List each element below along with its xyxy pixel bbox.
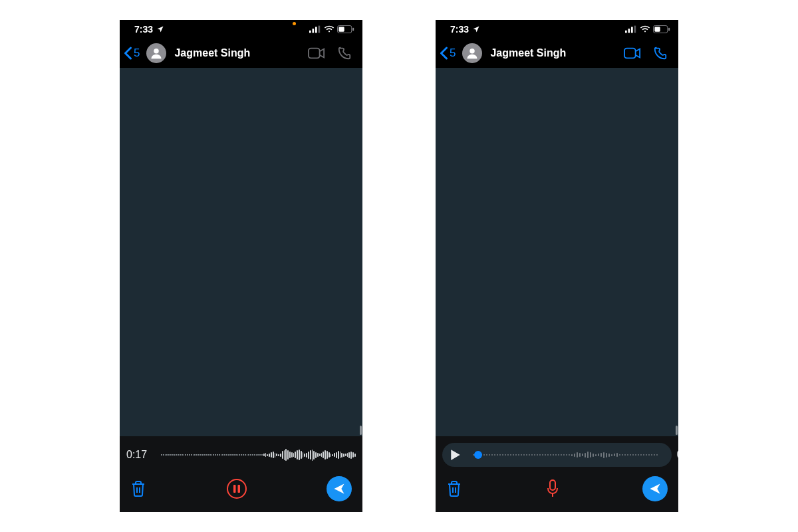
pause-recording-button[interactable] <box>227 479 247 499</box>
status-time: 7:33 <box>450 24 469 35</box>
wifi-icon <box>324 25 334 33</box>
battery-icon <box>337 25 354 33</box>
svg-rect-22 <box>550 480 555 490</box>
svg-rect-7 <box>352 28 354 31</box>
svg-point-20 <box>470 49 475 54</box>
contact-name[interactable]: Jagmeet Singh <box>174 47 304 59</box>
voice-message-footer: 0:17 <box>120 436 362 512</box>
svg-rect-2 <box>315 27 317 33</box>
recording-waveform[interactable] <box>161 444 356 466</box>
svg-rect-15 <box>634 26 636 33</box>
play-preview-button[interactable] <box>450 449 461 461</box>
video-call-button[interactable] <box>624 47 641 59</box>
video-call-button[interactable] <box>308 47 325 59</box>
location-arrow-icon <box>156 25 164 33</box>
resume-recording-button[interactable] <box>546 479 559 498</box>
chat-navbar: 5 Jagmeet Singh <box>436 39 678 68</box>
location-arrow-icon <box>472 25 480 33</box>
svg-rect-9 <box>309 49 320 59</box>
voice-message-footer: 0:20 <box>436 436 678 512</box>
wifi-icon <box>640 25 650 33</box>
svg-rect-18 <box>654 27 660 31</box>
back-count: 5 <box>134 47 140 60</box>
svg-rect-6 <box>338 27 344 31</box>
delete-button[interactable] <box>446 480 462 497</box>
send-button[interactable] <box>327 476 352 501</box>
phone-screenshot-recording: 7:33 5 Jagmeet Singh <box>120 20 362 512</box>
battery-icon <box>653 25 670 33</box>
chat-navbar: 5 Jagmeet Singh <box>120 39 362 68</box>
svg-rect-13 <box>628 29 630 33</box>
playback-track[interactable] <box>473 448 658 462</box>
svg-point-4 <box>329 31 330 32</box>
playback-thumb[interactable] <box>474 451 482 459</box>
svg-rect-0 <box>309 31 311 33</box>
status-bar: 7:33 <box>436 20 678 39</box>
chat-body[interactable] <box>120 68 362 436</box>
contact-name[interactable]: Jagmeet Singh <box>490 47 620 59</box>
chat-body[interactable] <box>436 68 678 436</box>
svg-point-8 <box>154 49 160 54</box>
voice-call-button[interactable] <box>653 46 668 61</box>
avatar[interactable] <box>462 43 482 63</box>
delete-button[interactable] <box>130 480 146 497</box>
send-button[interactable] <box>642 476 668 501</box>
svg-rect-11 <box>237 485 240 493</box>
back-button[interactable]: 5 <box>440 47 456 60</box>
svg-rect-14 <box>631 27 633 33</box>
svg-rect-19 <box>668 28 670 31</box>
status-bar: 7:33 <box>120 20 362 39</box>
svg-rect-1 <box>313 29 315 33</box>
scroll-indicator <box>676 426 678 435</box>
svg-point-16 <box>644 31 646 32</box>
voice-call-button[interactable] <box>337 46 352 61</box>
back-count: 5 <box>450 47 456 60</box>
back-button[interactable]: 5 <box>124 47 140 60</box>
svg-rect-21 <box>624 49 636 59</box>
avatar[interactable] <box>146 43 166 63</box>
cellular-signal-icon <box>309 25 321 33</box>
recording-timer: 0:17 <box>126 449 154 461</box>
svg-rect-10 <box>233 485 236 493</box>
recording-duration: 0:20 <box>670 449 678 461</box>
svg-rect-12 <box>625 31 627 33</box>
scroll-indicator <box>360 426 362 435</box>
phone-screenshot-preview: 7:33 5 Jagmeet Singh <box>436 20 678 512</box>
status-time: 7:33 <box>134 24 153 35</box>
recording-indicator-dot-icon <box>293 22 296 25</box>
cellular-signal-icon <box>625 25 637 33</box>
svg-rect-3 <box>319 26 321 33</box>
